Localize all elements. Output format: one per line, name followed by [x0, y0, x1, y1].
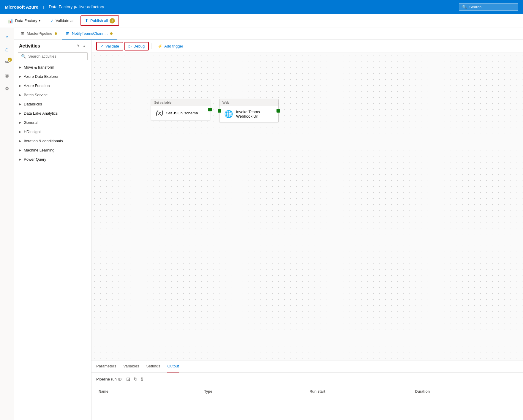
collapse-btn[interactable]: ⊻: [76, 43, 81, 49]
search-icon: 🔍: [462, 5, 467, 9]
tab-notify-pipeline[interactable]: ⊞ NotifyTeamsChann...: [62, 28, 117, 40]
pipeline-area: Activities ⊻ « 🔍 ▶ Move & transform: [14, 40, 523, 420]
bottom-tabs: Parameters Variables Settings Output: [91, 361, 523, 373]
chevron-icon: ▶: [19, 149, 21, 152]
toolbar-separator: [151, 43, 151, 49]
copy-icon: ⊡: [126, 377, 130, 382]
left-sidebar: » ⌂ ✏ 2 ◎ ⚙: [0, 28, 14, 420]
publish-badge: 2: [110, 18, 115, 23]
tab-parameters[interactable]: Parameters: [96, 361, 116, 372]
tab-notify-dot: [110, 32, 113, 35]
brand-label: Microsoft Azure: [5, 4, 38, 10]
chevron-icon: ▶: [19, 130, 21, 133]
chevron-icon: ▶: [19, 66, 21, 69]
add-trigger-label: Add trigger: [164, 44, 183, 48]
activity-group-azure-function[interactable]: ▶ Azure Function: [14, 81, 91, 90]
activities-panel: Activities ⊻ « 🔍 ▶ Move & transform: [14, 40, 91, 420]
canvas-grid: Set variable (x) Set JSON schema Web: [91, 53, 523, 361]
tab-master-icon: ⊞: [21, 31, 24, 36]
validate-all-button[interactable]: ✓ Validate all: [47, 16, 78, 25]
validate-button[interactable]: ✓ Validate: [96, 42, 123, 50]
chevron-icon: ▶: [19, 102, 21, 106]
publish-label: Publish all: [90, 18, 108, 23]
node-web-body: 🌐 Invoke Teams Webhook Url: [219, 106, 278, 122]
chevron-icon: ▶: [19, 121, 21, 124]
tab-master-pipeline[interactable]: ⊞ MasterPipeline: [17, 28, 61, 40]
df-label: Data Factory: [15, 18, 37, 23]
debug-button[interactable]: ▷ Debug: [124, 42, 149, 50]
breadcrumb-instance[interactable]: live-adfactory: [79, 4, 104, 9]
data-factory-button[interactable]: 📊 Data Factory ▾: [4, 16, 44, 26]
set-variable-label: Set JSON schema: [166, 111, 198, 115]
activities-title: Activities: [19, 43, 40, 49]
sidebar-item-monitor[interactable]: ◎: [1, 70, 13, 81]
web-icon: 🌐: [224, 110, 233, 118]
tab-settings-label: Settings: [146, 364, 160, 368]
tab-master-label: MasterPipeline: [27, 31, 52, 36]
node-web-header: Web: [219, 99, 278, 106]
tab-master-dot: [55, 32, 57, 35]
expand-btn[interactable]: «: [82, 43, 86, 49]
validate-check-icon: ✓: [100, 44, 104, 48]
web-label: Invoke Teams Webhook Url: [236, 110, 260, 119]
info-run-button[interactable]: ℹ: [141, 376, 143, 382]
tab-notify-icon: ⊞: [66, 31, 69, 36]
sidebar-expand-button[interactable]: »: [1, 30, 13, 42]
publish-all-button[interactable]: ⬆ Publish all 2: [80, 15, 119, 26]
group-label: Move & transform: [24, 65, 54, 70]
chevron-icon: ▶: [19, 158, 21, 161]
activity-group-batch-service[interactable]: ▶ Batch Service: [14, 90, 91, 100]
tab-settings[interactable]: Settings: [146, 361, 160, 372]
bottom-panel: Parameters Variables Settings Output: [91, 361, 523, 420]
activity-group-data-lake-analytics[interactable]: ▶ Data Lake Analytics: [14, 109, 91, 118]
node-web[interactable]: Web 🌐 Invoke Teams Webhook Url: [219, 99, 279, 122]
nav-separator: |: [43, 5, 44, 9]
activity-group-azure-data-explorer[interactable]: ▶ Azure Data Explorer: [14, 72, 91, 81]
tab-variables[interactable]: Variables: [123, 361, 139, 372]
search-placeholder: Search: [469, 5, 481, 9]
tabs-bar: ⊞ MasterPipeline ⊞ NotifyTeamsChann...: [14, 28, 523, 40]
breadcrumb: Data Factory ▶ live-adfactory: [49, 4, 104, 9]
tab-notify-label: NotifyTeamsChann...: [72, 31, 108, 36]
activity-group-databricks[interactable]: ▶ Databricks: [14, 100, 91, 109]
search-activities-container: 🔍: [18, 52, 88, 60]
tab-output[interactable]: Output: [167, 361, 179, 372]
dropdown-icon: ▾: [39, 19, 40, 22]
validate-label: Validate all: [56, 18, 74, 23]
author-badge: 2: [8, 58, 12, 62]
global-search[interactable]: 🔍 Search: [459, 3, 518, 11]
activity-group-general[interactable]: ▶ General: [14, 118, 91, 127]
output-table-header: Name Type Run start Duration: [96, 387, 518, 396]
activity-group-move-transform[interactable]: ▶ Move & transform: [14, 63, 91, 72]
activity-group-iteration-conditionals[interactable]: ▶ Iteration & conditionals: [14, 136, 91, 146]
group-label: Azure Data Explorer: [24, 74, 59, 79]
refresh-run-button[interactable]: ↻: [134, 376, 138, 382]
activities-controls: ⊻ «: [76, 43, 86, 49]
canvas-content[interactable]: Set variable (x) Set JSON schema Web: [91, 53, 523, 361]
sidebar-item-home[interactable]: ⌂: [1, 43, 13, 55]
col-type: Type: [202, 389, 307, 394]
activity-group-machine-learning[interactable]: ▶ Machine Learning: [14, 146, 91, 155]
col-duration: Duration: [413, 389, 518, 394]
copy-run-id-button[interactable]: ⊡: [126, 376, 130, 382]
pipeline-run-id-label: Pipeline run ID:: [96, 377, 123, 381]
sidebar-item-manage[interactable]: ⚙: [1, 83, 13, 94]
validate-btn-label: Validate: [105, 44, 119, 48]
pipeline-run-id-row: Pipeline run ID: ⊡ ↻ ℹ: [96, 376, 518, 382]
main-layout: » ⌂ ✏ 2 ◎ ⚙ ⊞ MasterPipeline ⊞ NotifyTea…: [0, 28, 523, 420]
activity-group-hdinsight[interactable]: ▶ HDInsight: [14, 127, 91, 136]
add-trigger-button[interactable]: ⚡ Add trigger: [154, 42, 187, 50]
bottom-content: Pipeline run ID: ⊡ ↻ ℹ: [91, 373, 523, 400]
group-label: General: [24, 120, 37, 125]
search-activities-input[interactable]: [28, 54, 84, 59]
activity-groups: ▶ Move & transform ▶ Azure Data Explorer…: [14, 63, 91, 164]
sidebar-item-author[interactable]: ✏ 2: [1, 56, 13, 68]
tab-variables-label: Variables: [123, 364, 139, 368]
activity-group-power-query[interactable]: ▶ Power Query: [14, 155, 91, 164]
chevron-icon: ▶: [19, 139, 21, 143]
node-set-variable[interactable]: Set variable (x) Set JSON schema: [151, 99, 210, 120]
node-web-connector-left: [218, 109, 221, 113]
breadcrumb-datafactory[interactable]: Data Factory: [49, 4, 72, 9]
main-toolbar: 📊 Data Factory ▾ ✓ Validate all ⬆ Publis…: [0, 14, 523, 28]
group-label: Machine Learning: [24, 148, 54, 152]
